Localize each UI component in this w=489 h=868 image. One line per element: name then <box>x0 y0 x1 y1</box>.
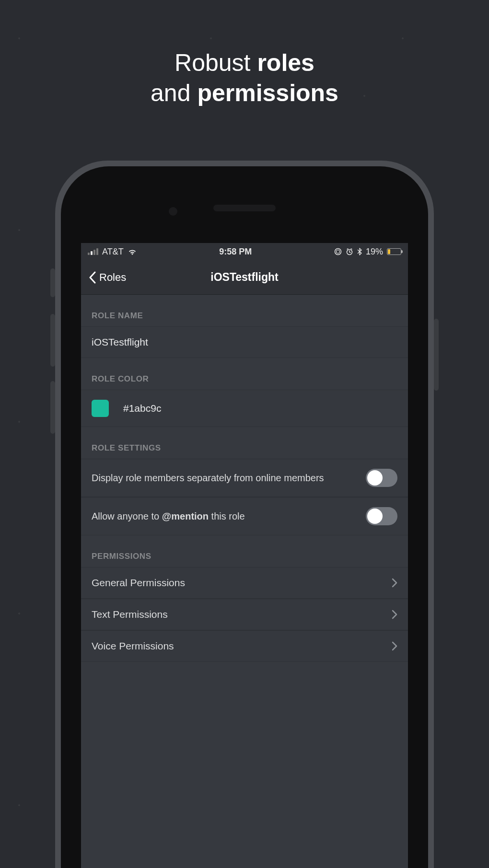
alarm-icon <box>346 248 353 255</box>
svg-point-1 <box>336 250 339 254</box>
headline-bold: permissions <box>197 80 338 106</box>
permissions-general[interactable]: General Permissions <box>81 567 408 599</box>
permissions-voice[interactable]: Voice Permissions <box>81 630 408 662</box>
role-name-field[interactable]: iOSTestflight <box>81 326 408 358</box>
section-header-role-settings: ROLE SETTINGS <box>81 427 408 459</box>
chevron-left-icon <box>89 271 96 284</box>
phone-mockup: AT&T 9:58 PM 19% <box>55 161 434 868</box>
chevron-right-icon <box>392 610 397 619</box>
back-button[interactable]: Roles <box>89 271 126 284</box>
svg-point-0 <box>335 249 341 255</box>
nav-row-label: Text Permissions <box>92 609 168 620</box>
nav-row-label: General Permissions <box>92 577 185 589</box>
battery-percent: 19% <box>366 247 383 257</box>
phone-speaker <box>213 205 276 211</box>
setting-label: Display role members separately from onl… <box>92 472 356 485</box>
content-scroll[interactable]: ROLE NAME iOSTestflight ROLE COLOR #1abc… <box>81 295 408 868</box>
toggle-allow-mention[interactable] <box>366 507 397 525</box>
setting-allow-mention: Allow anyone to @mention this role <box>81 497 408 535</box>
nav-row-label: Voice Permissions <box>92 640 174 652</box>
phone-side-button <box>50 381 55 434</box>
signal-icon <box>88 248 98 255</box>
chevron-right-icon <box>392 641 397 651</box>
headline-text: and <box>151 80 197 106</box>
status-bar: AT&T 9:58 PM 19% <box>81 243 408 260</box>
setting-label: Allow anyone to @mention this role <box>92 510 356 523</box>
headline-bold: roles <box>257 49 314 76</box>
phone-side-button <box>50 314 55 367</box>
role-name-value: iOSTestflight <box>92 336 148 348</box>
app-screen: AT&T 9:58 PM 19% <box>81 243 408 868</box>
chevron-right-icon <box>392 578 397 588</box>
phone-side-button <box>434 319 439 391</box>
bluetooth-icon <box>357 248 362 255</box>
do-not-disturb-icon <box>334 248 342 255</box>
headline-text: Robust <box>175 49 257 76</box>
promo-headline: Robust roles and permissions <box>0 48 489 108</box>
color-swatch <box>92 400 109 417</box>
section-header-permissions: PERMISSIONS <box>81 535 408 567</box>
role-color-hex: #1abc9c <box>123 403 161 414</box>
permissions-text[interactable]: Text Permissions <box>81 599 408 630</box>
back-label: Roles <box>99 271 126 284</box>
toggle-display-separately[interactable] <box>366 469 397 487</box>
phone-camera <box>169 207 177 216</box>
battery-icon <box>387 248 401 255</box>
page-title: iOSTestflight <box>81 271 408 284</box>
setting-display-separately: Display role members separately from onl… <box>81 459 408 497</box>
wifi-icon <box>128 248 137 255</box>
section-header-role-color: ROLE COLOR <box>81 358 408 390</box>
section-header-role-name: ROLE NAME <box>81 295 408 326</box>
navigation-bar: Roles iOSTestflight <box>81 260 408 295</box>
phone-body: AT&T 9:58 PM 19% <box>61 166 428 868</box>
role-color-row[interactable]: #1abc9c <box>81 390 408 427</box>
carrier-label: AT&T <box>102 247 124 257</box>
status-time: 9:58 PM <box>219 247 252 257</box>
phone-side-button <box>50 268 55 297</box>
